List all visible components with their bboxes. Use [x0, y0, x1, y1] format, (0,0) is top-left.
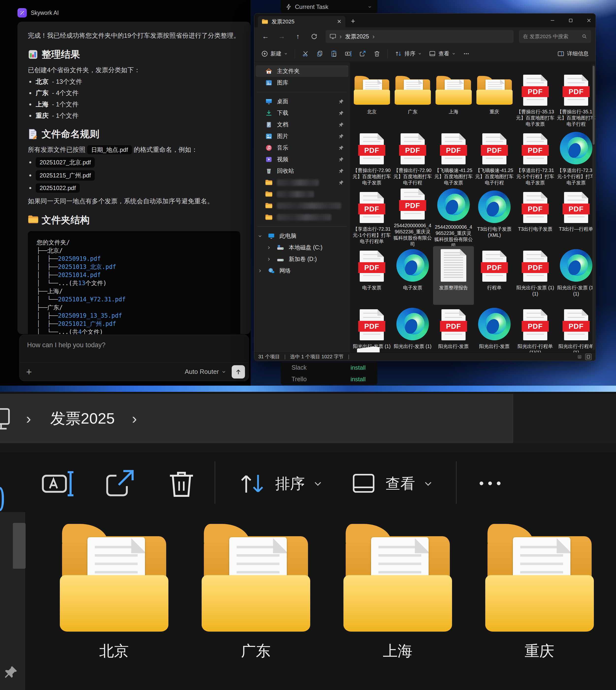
sidebar-item-下载[interactable]: 下载 [254, 107, 350, 119]
sidebar-item-folder[interactable] [254, 211, 350, 223]
file-tile[interactable]: PDF【享道出行-72.31元-1个行程】打车电子行程单 [351, 188, 392, 246]
copy-button[interactable] [314, 48, 326, 60]
attach-button[interactable]: + [26, 367, 32, 377]
new-button[interactable]: 新建 [259, 48, 290, 60]
sort-button[interactable]: 排序 [236, 465, 324, 502]
chevron-right-icon[interactable] [266, 245, 272, 250]
file-tile[interactable]: 254420000006_49652236_重庆灵狐科技股份有限公司 [433, 188, 474, 246]
chevron-right-icon[interactable] [257, 268, 263, 273]
file-tile[interactable]: PDF阳光出行-发票 [433, 305, 474, 352]
file-tile[interactable]: 【享道出行-72.31元-1个行程】打车电子发票 [556, 129, 596, 188]
back-button[interactable]: ← [258, 33, 272, 40]
file-tile[interactable]: PDF阳光出行-行程单 (1)(1) [515, 305, 556, 352]
sidebar-item-folder[interactable] [254, 177, 350, 188]
file-tile[interactable]: PDF行程单 [474, 246, 515, 305]
magnified-folder[interactable]: 上海 [342, 526, 453, 661]
delete-button[interactable] [163, 465, 200, 502]
send-button[interactable] [232, 365, 245, 378]
magnified-breadcrumb[interactable]: › 发票2025 › [0, 394, 616, 443]
file-tile[interactable]: T3出行电子发票 (XML) [474, 188, 515, 246]
file-tile[interactable]: 广东 [392, 70, 433, 129]
sidebar-item-音乐[interactable]: 音乐 [254, 142, 350, 153]
file-tile[interactable]: PDF阳光出行-发票 (1) [351, 305, 392, 352]
app-install-link[interactable]: install [351, 364, 366, 371]
sort-button[interactable]: 排序 [392, 48, 424, 60]
delete-button[interactable] [371, 48, 383, 60]
refresh-button[interactable] [307, 33, 321, 40]
file-tile[interactable]: PDFT3出行电子发票 [515, 188, 556, 246]
icons-view-toggle[interactable] [585, 354, 592, 360]
file-tile[interactable]: PDF【曹操出行-35.13元】百度地图打车电子发票 [515, 70, 556, 129]
file-tile[interactable]: PDF【曹操出行-72.90元】百度地图打车电子行程 [392, 129, 433, 188]
rename-button[interactable] [342, 48, 354, 60]
sidebar-item-图片[interactable]: 图片 [254, 130, 350, 142]
sidebar-item-folder[interactable] [254, 200, 350, 211]
view-button[interactable]: 查看 [426, 48, 458, 60]
chat-input[interactable]: How can I help you today? [27, 341, 105, 349]
sidebar-item-视频[interactable]: 视频 [254, 153, 350, 165]
more-button[interactable] [480, 482, 501, 485]
file-tile[interactable]: 北京 [351, 70, 392, 129]
file-tile[interactable]: PDF电子发票 [351, 246, 392, 305]
file-tile[interactable]: 重庆 [474, 70, 515, 129]
sidebar-item-本地磁盘 (C:)[interactable]: 本地磁盘 (C:) [254, 242, 350, 253]
chevron-down-icon [368, 5, 372, 9]
tab-close-icon[interactable]: ✕ [337, 19, 342, 25]
magnified-folder[interactable]: 北京 [59, 526, 169, 661]
more-button[interactable] [460, 48, 472, 60]
magnified-folder[interactable]: 广东 [200, 526, 311, 661]
file-tile[interactable]: 上海 [433, 70, 474, 129]
file-tile[interactable]: 阳光出行-发票 (1) [392, 305, 433, 352]
current-task-bar[interactable]: Current Task [281, 0, 377, 14]
file-tile[interactable]: PDF【曹操出行-35.13元】百度地图打车电子行程 [556, 70, 596, 129]
file-tile[interactable]: 阳光出行-发票 (1)(1) [556, 246, 596, 305]
new-tab-button[interactable]: + [351, 17, 355, 25]
sidebar-item-新加卷 (D:)[interactable]: 新加卷 (D:) [254, 253, 350, 265]
view-button[interactable]: 查看 [349, 465, 434, 502]
up-button[interactable]: ↑ [291, 33, 305, 40]
file-tile[interactable]: PDF【曹操出行-72.90元】百度地图打车电子发票 [351, 129, 392, 188]
breadcrumb[interactable]: › 发票2025 › [326, 30, 513, 43]
scrollbar[interactable] [592, 64, 595, 350]
edge-icon [560, 132, 592, 164]
cut-button[interactable] [300, 48, 312, 60]
search-box[interactable]: 在 发票2025 中搜索 [519, 30, 591, 43]
sidebar-item-桌面[interactable]: 桌面 [254, 96, 350, 107]
file-tile[interactable]: PDF254420000006_49652236_重庆灵狐科技股份有限公司 [392, 188, 433, 246]
file-icon-box: PDF [401, 130, 425, 164]
file-tile[interactable]: PDF阳光出行-行程单 (1) [556, 305, 596, 352]
rename-button[interactable] [39, 465, 76, 502]
chevron-down-icon[interactable] [257, 234, 263, 238]
explorer-tab[interactable]: 发票2025 ✕ [258, 16, 346, 27]
file-tile[interactable]: 阳光出行-发票 [474, 305, 515, 352]
model-selector[interactable]: Auto Router [185, 368, 226, 376]
file-tile[interactable]: PDF【享道出行-72.31元-1个行程】打车电子发票 [515, 129, 556, 188]
pin-icon [338, 168, 344, 174]
file-tile[interactable]: PDFT3出行—行程单 [556, 188, 596, 246]
file-tile[interactable]: 电子发票 [392, 246, 433, 305]
forward-button[interactable]: → [274, 33, 289, 40]
list-view-toggle[interactable] [576, 354, 583, 360]
app-install-link[interactable]: install [351, 376, 366, 383]
sidebar-item-图库[interactable]: 图库 [254, 77, 350, 88]
maximize-button[interactable] [568, 18, 573, 23]
magnified-folder[interactable]: 重庆 [484, 526, 595, 661]
sidebar-item-文档[interactable]: 文档 [254, 119, 350, 130]
file-tile[interactable]: PDF【飞嘀极速-41.25元】百度地图打车电子行程 [474, 129, 515, 188]
file-tile[interactable]: PDF【飞嘀极速-41.25元】百度地图打车电子发票 [433, 129, 474, 188]
paste-button[interactable] [328, 48, 340, 60]
file-label: 254420000006_49652236_重庆灵狐科技股份有限公司 [393, 223, 432, 247]
sidebar-item-此电脑[interactable]: 此电脑 [254, 230, 350, 242]
chevron-right-icon[interactable] [266, 257, 272, 262]
file-tile[interactable]: 发票整理报告 [433, 246, 474, 305]
share-button[interactable] [356, 48, 369, 60]
share-button[interactable] [102, 465, 138, 502]
details-pane-button[interactable]: 详细信息 [555, 48, 591, 60]
sidebar-item-回收站[interactable]: 回收站 [254, 165, 350, 177]
file-tile[interactable]: PDF阳光出行-发票 (1)(1) [515, 246, 556, 305]
sidebar-item-folder[interactable] [254, 188, 350, 200]
sidebar-item-网络[interactable]: 网络 [254, 265, 350, 276]
minimize-button[interactable] [550, 18, 555, 23]
close-button[interactable] [586, 18, 592, 23]
sidebar-item-主文件夹[interactable]: 主文件夹 [256, 65, 348, 77]
